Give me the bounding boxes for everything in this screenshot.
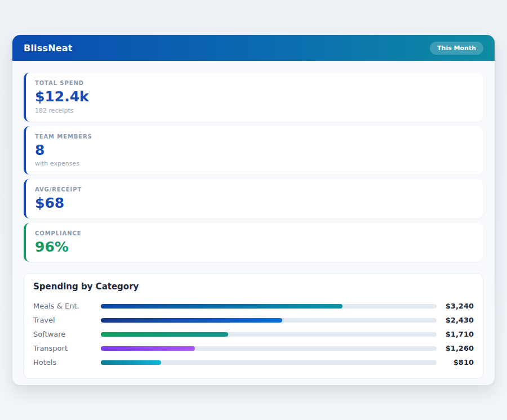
category-value: $1,710 [437,330,474,338]
panel-title: Spending by Category [33,282,474,292]
stat-card-total-spend: TOTAL SPEND $12.4k 182 receipts [24,73,483,122]
this-month-badge[interactable]: This Month [430,42,483,55]
category-value: $1,260 [437,344,474,352]
category-row: Software $1,710 [33,327,474,341]
category-bar-track [101,318,437,323]
category-value: $3,240 [437,302,474,310]
stat-label: TOTAL SPEND [35,80,474,86]
category-bar-fill [101,346,195,351]
app-title: BlissNeat [24,43,73,53]
stat-subtitle: 182 receipts [35,107,474,114]
spending-panel: Spending by Category Meals & Ent. $3,240… [24,273,483,379]
category-bar-track [101,304,437,309]
category-row: Travel $2,430 [33,313,474,327]
category-label: Meals & Ent. [33,302,101,310]
category-bar-fill [101,304,343,309]
stat-card-avg-receipt: AVG/RECEIPT $68 [24,179,483,218]
category-bar-track [101,332,437,337]
stat-value: $68 [35,195,474,211]
category-label: Hotels [33,358,101,367]
category-row: Hotels $810 [33,355,474,369]
app-window: BlissNeat This Month TOTAL SPEND $12.4k … [12,35,495,385]
stat-label: COMPLIANCE [35,230,474,236]
stat-label: TEAM MEMBERS [35,133,474,140]
category-value: $2,430 [437,316,474,324]
stat-value: $12.4k [35,89,474,105]
stat-card-compliance: COMPLIANCE 96% [24,223,483,262]
category-bar-track [101,346,437,351]
stat-value: 8 [35,142,474,158]
category-label: Travel [33,316,101,324]
category-bar-fill [101,332,228,337]
stat-subtitle: with expenses [35,160,474,167]
category-label: Transport [33,344,101,352]
category-row: Meals & Ent. $3,240 [33,299,474,313]
category-value: $810 [437,358,474,367]
category-label: Software [33,330,101,338]
category-row: Transport $1,260 [33,341,474,355]
stat-label: AVG/RECEIPT [35,186,474,193]
category-bar-fill [101,360,161,365]
stats-section: TOTAL SPEND $12.4k 182 receipts TEAM MEM… [12,61,495,262]
category-bar-track [101,360,437,365]
category-bar-fill [101,318,282,323]
stat-card-team-members: TEAM MEMBERS 8 with expenses [24,126,483,175]
stat-value: 96% [35,239,474,255]
app-header: BlissNeat This Month [12,35,495,61]
category-chart: Meals & Ent. $3,240 Travel $2,430 Softwa… [33,299,474,369]
